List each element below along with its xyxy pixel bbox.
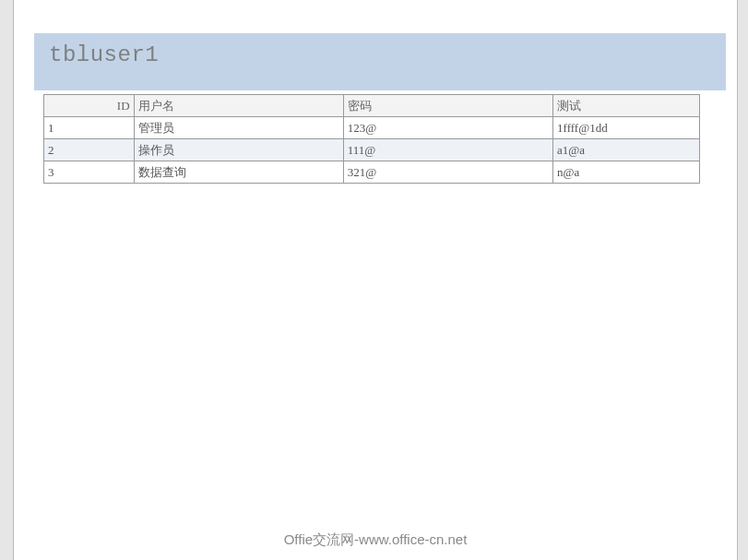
cell-id: 2 [44,139,135,161]
cell-test: a1@a [553,139,700,161]
col-header-username: 用户名 [134,95,343,117]
cell-password: 123@ [343,117,552,139]
data-table: ID 用户名 密码 测试 1 管理员 123@ 1ffff@1dd 2 操作员 … [43,94,700,184]
report-page: tbluser1 ID 用户名 密码 测试 1 管理员 123@ 1ffff@1… [13,0,738,560]
cell-username: 操作员 [134,139,343,161]
col-header-id: ID [44,95,135,117]
cell-username: 数据查询 [134,161,343,184]
table-row: 2 操作员 111@ a1@a [44,139,700,161]
table-row: 3 数据查询 321@ n@a [44,161,700,184]
report-title-bar: tbluser1 [34,33,726,90]
table-header-row: ID 用户名 密码 测试 [44,95,700,117]
table-row: 1 管理员 123@ 1ffff@1dd [44,117,700,139]
col-header-test: 测试 [553,95,700,117]
watermark-text: Offie交流网-www.office-cn.net [14,531,737,549]
report-body: ID 用户名 密码 测试 1 管理员 123@ 1ffff@1dd 2 操作员 … [14,94,737,184]
cell-password: 111@ [343,139,552,161]
report-title: tbluser1 [49,42,159,67]
cell-password: 321@ [343,161,552,184]
cell-id: 1 [44,117,135,139]
cell-id: 3 [44,161,135,184]
cell-test: n@a [553,161,700,184]
cell-test: 1ffff@1dd [553,117,700,139]
col-header-password: 密码 [343,95,552,117]
cell-username: 管理员 [134,117,343,139]
